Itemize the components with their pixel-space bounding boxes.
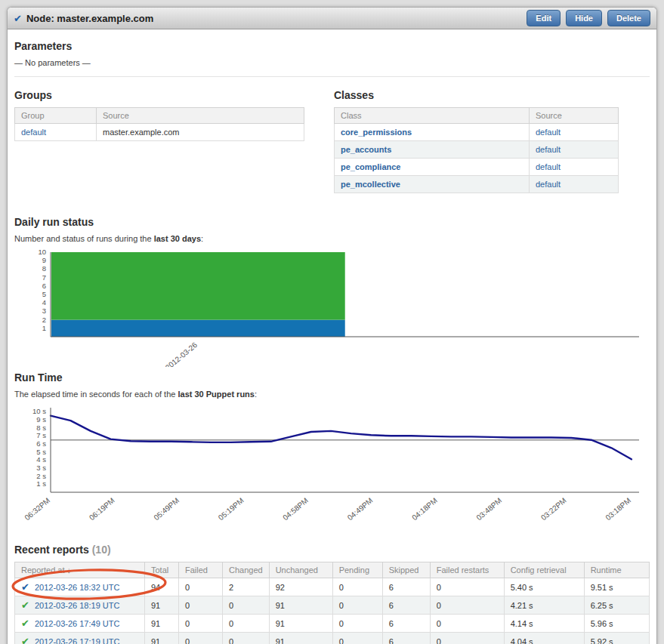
- svg-text:6 s: 6 s: [36, 439, 46, 448]
- reports-column-unchanged: Unchanged: [269, 562, 332, 578]
- reports-column-failed-restarts: Failed restarts: [430, 562, 504, 578]
- page-content: Parameters — No parameters — Groups Grou…: [8, 29, 656, 644]
- run-time-chart: 1 s2 s3 s4 s5 s6 s7 s8 s9 s10 s06:32PM06…: [14, 403, 651, 533]
- svg-text:3 s: 3 s: [36, 464, 46, 472]
- report-cell-skipped: 6: [382, 578, 430, 596]
- svg-text:2012-03-26: 2012-03-26: [164, 340, 199, 367]
- report-cell-pending: 0: [332, 615, 382, 633]
- reports-column-reported-at[interactable]: Reported at↓: [15, 562, 145, 578]
- report-cell-failed: 0: [179, 578, 223, 596]
- report-link[interactable]: 2012-03-26 17:19 UTC: [35, 637, 120, 644]
- delete-button[interactable]: Delete: [607, 10, 650, 26]
- svg-text:9 s: 9 s: [36, 415, 46, 424]
- svg-text:7: 7: [42, 273, 46, 282]
- report-link[interactable]: 2012-03-26 18:32 UTC: [35, 583, 120, 592]
- svg-text:03:48PM: 03:48PM: [475, 496, 504, 522]
- svg-text:05:49PM: 05:49PM: [152, 496, 181, 522]
- svg-text:4 s: 4 s: [36, 455, 46, 464]
- daily-run-status-chart: 123456789102012-03-26: [14, 248, 651, 367]
- node-titlebar: ✔ Node: master.example.com Edit Hide Del…: [8, 8, 656, 29]
- column-header-label: Failed: [185, 565, 208, 575]
- svg-text:6: 6: [42, 282, 46, 290]
- report-cell-unchanged: 91: [269, 615, 332, 633]
- svg-text:03:18PM: 03:18PM: [604, 496, 632, 522]
- recent-reports-heading: Recent reports (10): [14, 544, 650, 556]
- reports-column-changed: Changed: [223, 562, 270, 578]
- report-cell-pending: 0: [332, 596, 382, 615]
- edit-button[interactable]: Edit: [527, 10, 561, 26]
- report-cell-failed-restarts: 0: [430, 615, 504, 633]
- report-cell-skipped: 6: [382, 615, 430, 633]
- groups-column-group: Group: [15, 108, 97, 124]
- svg-text:03:22PM: 03:22PM: [539, 496, 568, 522]
- svg-text:2: 2: [42, 316, 46, 324]
- class-row: pe_mcollectivedefault: [335, 176, 619, 193]
- class-source-link[interactable]: default: [536, 145, 561, 154]
- report-cell-runtime: 5.92 s: [584, 633, 649, 644]
- class-link[interactable]: pe_mcollective: [341, 180, 400, 189]
- recent-reports-count: (10): [92, 544, 111, 556]
- svg-text:04:18PM: 04:18PM: [410, 496, 439, 522]
- report-row: ✔2012-03-26 17:49 UTC9100910604.14 s5.96…: [15, 615, 650, 633]
- report-cell-changed: 0: [223, 615, 270, 633]
- node-page: ✔ Node: master.example.com Edit Hide Del…: [7, 7, 657, 644]
- column-header-label: Failed restarts: [437, 565, 490, 575]
- classes-table: Class Source core_permissionsdefaultpe_a…: [334, 107, 619, 193]
- column-header-label: Config retrieval: [511, 565, 567, 575]
- report-row: ✔2012-03-26 18:32 UTC9402920605.40 s9.51…: [15, 578, 650, 596]
- reports-column-config-retrieval: Config retrieval: [504, 562, 584, 578]
- report-cell-unchanged: 92: [269, 578, 332, 596]
- report-cell-config-retrieval: 4.14 s: [504, 615, 584, 633]
- run-time-heading: Run Time: [14, 371, 650, 384]
- report-cell-runtime: 6.25 s: [584, 596, 649, 615]
- reports-column-skipped: Skipped: [382, 562, 430, 578]
- report-link[interactable]: 2012-03-26 17:49 UTC: [35, 619, 120, 628]
- unchanged-status-check-icon: ✔: [21, 599, 29, 611]
- no-parameters-text: — No parameters —: [14, 58, 650, 67]
- svg-text:8 s: 8 s: [36, 424, 46, 432]
- class-link[interactable]: pe_accounts: [341, 145, 391, 154]
- daily-desc-prefix: Number and status of runs during the: [14, 234, 154, 243]
- group-link[interactable]: default: [21, 128, 46, 137]
- svg-text:1 s: 1 s: [36, 479, 46, 488]
- reports-column-failed: Failed: [179, 562, 223, 578]
- svg-text:10: 10: [38, 248, 46, 256]
- unchanged-status-check-icon: ✔: [21, 636, 29, 644]
- runtime-desc-suffix: :: [255, 390, 257, 399]
- class-source-link[interactable]: default: [536, 128, 561, 137]
- svg-text:7 s: 7 s: [36, 431, 46, 439]
- report-row: ✔2012-03-26 18:19 UTC9100910604.21 s6.25…: [15, 596, 650, 615]
- parameters-heading: Parameters: [14, 40, 650, 52]
- daily-run-status-description: Number and status of runs during the las…: [14, 234, 650, 243]
- svg-text:05:19PM: 05:19PM: [217, 496, 246, 522]
- column-header-label: Total: [151, 565, 168, 575]
- runtime-desc-prefix: The elapsed time in seconds for each of …: [14, 390, 178, 399]
- report-cell-changed: 0: [223, 596, 270, 615]
- class-source-link[interactable]: default: [536, 162, 561, 171]
- report-cell-skipped: 6: [382, 596, 430, 615]
- report-cell-unchanged: 91: [269, 633, 332, 644]
- class-source-link[interactable]: default: [536, 180, 561, 189]
- class-link[interactable]: core_permissions: [341, 128, 412, 137]
- class-link[interactable]: pe_compliance: [341, 162, 400, 171]
- report-cell-unchanged: 91: [269, 596, 332, 615]
- report-cell-failed: 0: [179, 615, 223, 633]
- svg-text:2 s: 2 s: [36, 472, 46, 480]
- column-header-label: Skipped: [389, 565, 419, 575]
- hide-button[interactable]: Hide: [566, 10, 602, 26]
- report-cell-total: 91: [145, 615, 179, 633]
- reports-column-pending: Pending: [332, 562, 382, 578]
- group-source: master.example.com: [97, 124, 304, 141]
- classes-heading: Classes: [334, 89, 619, 101]
- recent-reports-wrap: Reported at↓TotalFailedChangedUnchangedP…: [14, 562, 650, 644]
- report-cell-skipped: 6: [382, 633, 430, 644]
- column-header-label: Changed: [229, 565, 263, 575]
- column-header-label: Unchanged: [276, 565, 318, 575]
- svg-text:06:19PM: 06:19PM: [88, 496, 116, 522]
- page-title: Node: master.example.com: [26, 13, 153, 24]
- class-row: core_permissionsdefault: [335, 124, 619, 141]
- report-link[interactable]: 2012-03-26 18:19 UTC: [35, 601, 120, 610]
- report-cell-changed: 2: [223, 578, 270, 596]
- report-cell-total: 91: [145, 633, 179, 644]
- column-header-label: Reported at: [21, 565, 64, 575]
